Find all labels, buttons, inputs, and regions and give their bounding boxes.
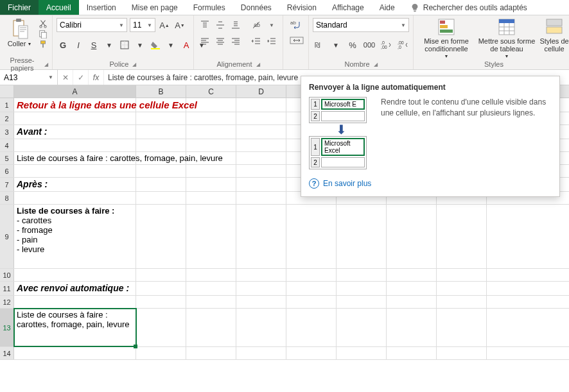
cell[interactable] — [14, 165, 136, 177]
column-header[interactable]: C — [186, 85, 236, 98]
cell[interactable]: Après : — [14, 178, 136, 191]
cell[interactable] — [186, 112, 236, 124]
cell[interactable] — [286, 296, 337, 308]
cell[interactable] — [286, 205, 337, 268]
tab-view[interactable]: Affichage — [324, 0, 372, 15]
row-header[interactable]: 10 — [0, 269, 14, 281]
cell[interactable] — [387, 309, 437, 346]
fx-icon[interactable]: fx — [89, 70, 104, 85]
tab-formulas[interactable]: Formules — [186, 0, 233, 15]
wrap-text-button[interactable]: ab — [287, 18, 306, 32]
merge-center-button[interactable] — [287, 33, 306, 47]
dialog-launcher-icon[interactable]: ◢ — [132, 62, 136, 67]
cell[interactable] — [136, 282, 186, 295]
row-header[interactable]: 6 — [0, 165, 14, 177]
column-header[interactable]: B — [136, 85, 186, 98]
cell[interactable] — [236, 269, 286, 281]
cell[interactable] — [236, 112, 286, 124]
column-header[interactable]: A — [14, 85, 136, 98]
increase-font-icon[interactable]: A▲ — [158, 19, 171, 31]
cell[interactable] — [14, 296, 136, 308]
cell[interactable]: Liste de courses à faire : carottes, fro… — [14, 152, 136, 164]
tab-help[interactable]: Aide — [372, 0, 403, 15]
cell[interactable] — [136, 139, 186, 151]
cell[interactable] — [136, 347, 186, 359]
tab-review[interactable]: Révision — [279, 0, 324, 15]
cell[interactable] — [186, 165, 236, 177]
cell[interactable] — [337, 347, 387, 359]
paste-icon[interactable] — [11, 18, 29, 40]
font-color-button[interactable]: A — [180, 38, 193, 51]
cell[interactable]: Avec renvoi automatique : — [14, 282, 136, 295]
cell[interactable] — [337, 309, 387, 346]
cell[interactable] — [136, 178, 186, 191]
cell[interactable] — [286, 269, 337, 281]
comma-icon[interactable]: 000 — [363, 38, 376, 51]
cell[interactable] — [186, 269, 236, 281]
cell[interactable] — [136, 165, 186, 177]
row-header[interactable]: 8 — [0, 192, 14, 204]
cell[interactable] — [337, 282, 387, 295]
italic-button[interactable]: I — [72, 38, 85, 51]
cell[interactable] — [286, 347, 337, 359]
cell[interactable] — [236, 282, 286, 295]
cell[interactable] — [236, 296, 286, 308]
cell[interactable] — [186, 347, 236, 359]
row-header[interactable]: 14 — [0, 347, 14, 359]
decrease-font-icon[interactable]: A▼ — [173, 19, 186, 31]
format-as-table-button[interactable]: Mettre sous forme de tableau▼ — [478, 18, 536, 58]
cell[interactable] — [136, 112, 186, 124]
cell[interactable]: Liste de courses à faire :- carottes- fr… — [14, 205, 136, 268]
row-header[interactable]: 3 — [0, 125, 14, 139]
cell[interactable] — [136, 309, 186, 346]
row-header[interactable]: 1 — [0, 98, 14, 112]
cell[interactable] — [387, 296, 437, 308]
cell[interactable] — [387, 347, 437, 359]
cell[interactable] — [14, 112, 136, 124]
cell[interactable] — [136, 269, 186, 281]
cell[interactable] — [186, 205, 236, 268]
row-header[interactable]: 4 — [0, 139, 14, 151]
orientation-icon[interactable]: ab — [249, 18, 263, 32]
align-right-icon[interactable] — [229, 35, 243, 49]
align-left-icon[interactable] — [198, 35, 212, 49]
cell[interactable] — [186, 139, 236, 151]
tab-home[interactable]: Accueil — [39, 0, 79, 15]
cell[interactable] — [186, 309, 236, 346]
cell[interactable] — [136, 125, 186, 139]
cell[interactable] — [236, 125, 286, 139]
cell[interactable] — [387, 282, 437, 295]
cell[interactable] — [236, 139, 286, 151]
borders-dd[interactable]: ▼ — [134, 38, 146, 51]
align-top-icon[interactable] — [198, 18, 212, 32]
select-all-corner[interactable] — [0, 85, 14, 98]
cell[interactable] — [387, 269, 437, 281]
dialog-launcher-icon[interactable]: ◢ — [256, 62, 260, 67]
borders-button[interactable] — [118, 38, 131, 51]
format-painter-icon[interactable] — [38, 40, 48, 49]
cell[interactable] — [437, 296, 487, 308]
tab-data[interactable]: Données — [233, 0, 279, 15]
cell[interactable] — [337, 205, 387, 268]
cell[interactable] — [437, 269, 487, 281]
cell[interactable] — [286, 282, 337, 295]
orientation-dd[interactable]: ▼ — [265, 18, 279, 32]
underline-button[interactable]: S — [87, 38, 100, 51]
cell[interactable] — [136, 205, 186, 268]
row-header[interactable]: 11 — [0, 282, 14, 295]
cell[interactable] — [14, 192, 136, 204]
cell[interactable] — [236, 192, 286, 204]
cell[interactable] — [437, 282, 487, 295]
cell[interactable] — [236, 165, 286, 177]
cell[interactable] — [387, 205, 437, 268]
column-header[interactable]: D — [236, 85, 286, 98]
dialog-launcher-icon[interactable]: ◢ — [374, 62, 378, 67]
cell[interactable] — [14, 139, 136, 151]
tab-layout[interactable]: Mise en page — [124, 0, 186, 15]
row-header[interactable]: 13 — [0, 309, 14, 346]
font-name-combo[interactable]: Calibri▼ — [57, 18, 127, 32]
font-size-combo[interactable]: 11▼ — [130, 18, 155, 32]
decrease-indent-icon[interactable] — [249, 35, 263, 49]
cell[interactable] — [236, 347, 286, 359]
cell[interactable] — [437, 309, 487, 346]
